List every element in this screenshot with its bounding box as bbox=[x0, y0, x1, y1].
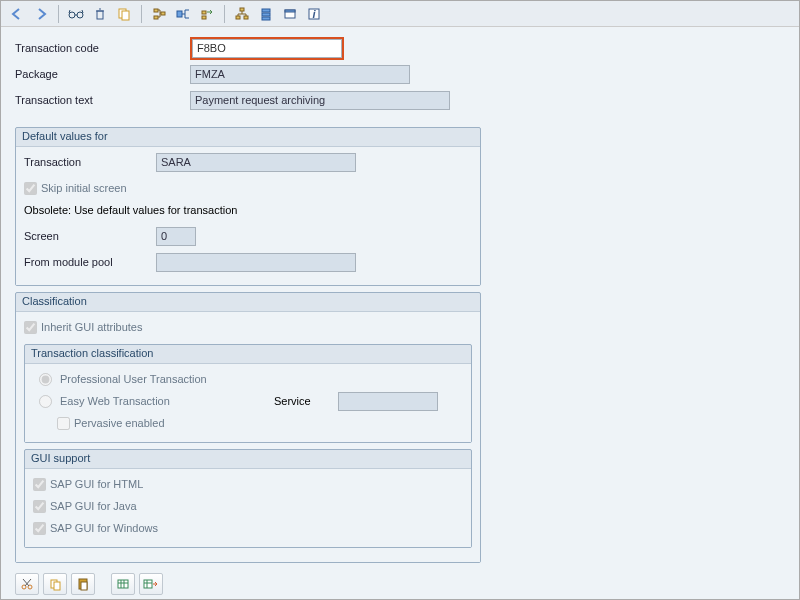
copy-button[interactable] bbox=[114, 4, 134, 24]
toolbar: i bbox=[1, 1, 799, 27]
defaults-title: Default values for bbox=[22, 130, 108, 142]
package-row: Package bbox=[15, 63, 785, 85]
cut-button[interactable] bbox=[15, 573, 39, 595]
window: i Transaction code Package Transaction t… bbox=[0, 0, 800, 600]
clipboard-paste-icon bbox=[76, 577, 90, 591]
ttext-row: Transaction text bbox=[15, 89, 785, 111]
navigate-button[interactable] bbox=[197, 4, 217, 24]
glasses-icon bbox=[68, 8, 84, 20]
gui-win-row: SAP GUI for Windows bbox=[33, 517, 463, 539]
gui-title: GUI support bbox=[31, 452, 90, 464]
variant-button[interactable] bbox=[280, 4, 300, 24]
gui-java-checkbox bbox=[33, 500, 46, 513]
gui-java-row: SAP GUI for Java bbox=[33, 495, 463, 517]
svg-rect-6 bbox=[154, 16, 158, 19]
table1-button[interactable] bbox=[111, 573, 135, 595]
svg-rect-4 bbox=[122, 11, 129, 20]
tcode-input[interactable] bbox=[192, 39, 342, 58]
svg-rect-15 bbox=[262, 13, 270, 16]
inherit-checkbox bbox=[24, 321, 37, 334]
screen-input bbox=[156, 227, 196, 246]
frommp-label: From module pool bbox=[24, 256, 156, 268]
object-list-button[interactable] bbox=[173, 4, 193, 24]
easy-label: Easy Web Transaction bbox=[60, 395, 270, 407]
arrow-right-icon bbox=[34, 7, 48, 21]
gui-java-label: SAP GUI for Java bbox=[50, 500, 137, 512]
svg-rect-11 bbox=[240, 8, 244, 11]
forward-button[interactable] bbox=[31, 4, 51, 24]
frommp-input bbox=[156, 253, 356, 272]
svg-point-0 bbox=[69, 12, 75, 18]
tree-icon bbox=[176, 7, 190, 21]
ttext-input bbox=[190, 91, 450, 110]
svg-rect-7 bbox=[161, 12, 165, 15]
pervasive-checkbox bbox=[57, 417, 70, 430]
service-label: Service bbox=[274, 395, 334, 407]
gui-win-label: SAP GUI for Windows bbox=[50, 522, 158, 534]
inherit-label: Inherit GUI attributes bbox=[41, 321, 143, 333]
table2-button[interactable] bbox=[139, 573, 163, 595]
tcode-row: Transaction code bbox=[15, 37, 785, 59]
svg-rect-5 bbox=[154, 9, 158, 12]
info-button[interactable]: i bbox=[304, 4, 324, 24]
package-input bbox=[190, 65, 410, 84]
where-used-button[interactable] bbox=[149, 4, 169, 24]
defaults-body: Transaction Skip initial screen Obsolete… bbox=[16, 146, 480, 285]
back-button[interactable] bbox=[7, 4, 27, 24]
stack-button[interactable] bbox=[256, 4, 276, 24]
defaults-group: Default values for Transaction Skip init… bbox=[15, 127, 481, 286]
svg-rect-14 bbox=[262, 9, 270, 12]
tclass-body: Professional User Transaction Easy Web T… bbox=[25, 363, 471, 442]
screen-label: Screen bbox=[24, 230, 156, 242]
gui-html-checkbox bbox=[33, 478, 46, 491]
header-form: Transaction code Package Transaction tex… bbox=[1, 27, 799, 121]
display-button[interactable] bbox=[66, 4, 86, 24]
table-icon bbox=[116, 577, 130, 591]
package-label: Package bbox=[15, 68, 190, 80]
svg-rect-26 bbox=[81, 582, 87, 590]
hierarchy-left-icon bbox=[152, 7, 166, 21]
paste-button[interactable] bbox=[71, 573, 95, 595]
service-input bbox=[338, 392, 438, 411]
svg-rect-9 bbox=[202, 11, 206, 14]
pervasive-label: Pervasive enabled bbox=[74, 417, 165, 429]
pervasive-row: Pervasive enabled bbox=[33, 412, 463, 434]
skip-label: Skip initial screen bbox=[41, 182, 127, 194]
gui-win-checkbox bbox=[33, 522, 46, 535]
prof-row: Professional User Transaction bbox=[33, 368, 463, 390]
bottom-toolbar bbox=[15, 573, 163, 595]
info-icon: i bbox=[307, 7, 321, 21]
gui-body: SAP GUI for HTML SAP GUI for Java SAP GU… bbox=[25, 468, 471, 547]
ttext-label: Transaction text bbox=[15, 94, 190, 106]
svg-rect-10 bbox=[202, 16, 206, 19]
easy-radio bbox=[39, 395, 52, 408]
transaction-input bbox=[156, 153, 356, 172]
inherit-row: Inherit GUI attributes bbox=[24, 316, 472, 338]
prof-radio bbox=[39, 373, 52, 386]
scissors-icon bbox=[20, 577, 34, 591]
gui-html-label: SAP GUI for HTML bbox=[50, 478, 143, 490]
obsolete-row: Obsolete: Use default values for transac… bbox=[24, 199, 472, 221]
gui-group: GUI support SAP GUI for HTML SAP GUI for… bbox=[24, 449, 472, 548]
prof-label: Professional User Transaction bbox=[60, 373, 207, 385]
separator bbox=[141, 5, 142, 23]
svg-rect-8 bbox=[177, 11, 182, 17]
tcode-selection-marker bbox=[190, 37, 344, 60]
obsolete-text: Obsolete: Use default values for transac… bbox=[24, 204, 237, 216]
svg-rect-2 bbox=[97, 11, 103, 19]
gui-html-row: SAP GUI for HTML bbox=[33, 473, 463, 495]
transaction-row: Transaction bbox=[24, 151, 472, 173]
svg-rect-13 bbox=[244, 16, 248, 19]
skip-row: Skip initial screen bbox=[24, 177, 472, 199]
hierarchy-button[interactable] bbox=[232, 4, 252, 24]
transaction-label: Transaction bbox=[24, 156, 156, 168]
classification-group: Classification Inherit GUI attributes Tr… bbox=[15, 292, 481, 563]
delete-button[interactable] bbox=[90, 4, 110, 24]
hierarchy-icon bbox=[235, 7, 249, 21]
stack-icon bbox=[259, 7, 273, 21]
copy-clip-button[interactable] bbox=[43, 573, 67, 595]
separator bbox=[224, 5, 225, 23]
svg-rect-24 bbox=[54, 582, 60, 590]
easy-row: Easy Web Transaction Service bbox=[33, 390, 463, 412]
classification-title: Classification bbox=[22, 295, 87, 307]
